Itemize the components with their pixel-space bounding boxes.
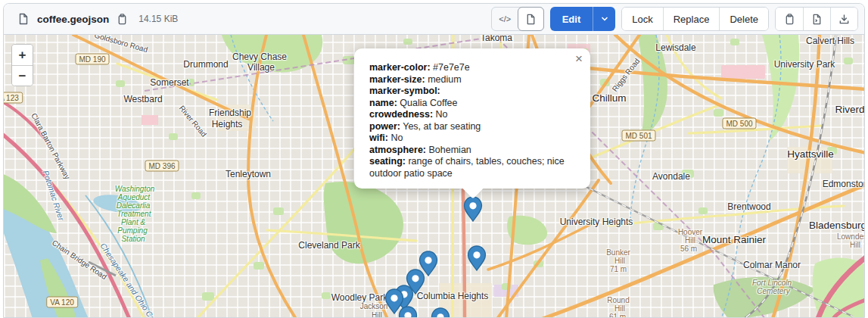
popup-property: seating: range of chairs, tables, couche…: [369, 156, 569, 179]
copy-filename-button[interactable]: [115, 12, 129, 26]
map-canvas[interactable]: TakomaChevy ChaseVillageDrummondSomerset…: [4, 35, 864, 318]
popup-property: crowdedness: No: [369, 109, 569, 121]
chevron-down-icon: [600, 14, 609, 23]
map-marker[interactable]: [431, 307, 450, 318]
popup-close-button[interactable]: ×: [573, 50, 585, 67]
file-icon-group: [775, 7, 858, 31]
file-icon: [525, 14, 537, 25]
delete-button[interactable]: Delete: [719, 8, 768, 30]
file-size: 14.15 KiB: [138, 14, 178, 24]
rendered-view-button[interactable]: [518, 7, 544, 31]
popup-property: marker-size: medium: [369, 74, 569, 86]
file-code-icon: [811, 14, 823, 25]
zoom-in-button[interactable]: +: [12, 45, 33, 65]
lock-button[interactable]: Lock: [622, 8, 662, 30]
copy-button[interactable]: [776, 8, 803, 30]
zoom-out-button[interactable]: −: [12, 65, 33, 86]
download-button[interactable]: [830, 8, 857, 30]
raw-file-button[interactable]: [803, 8, 830, 30]
view-toggle: </>: [491, 7, 544, 31]
file-header: coffee.geojson 14.15 KiB </> Edit: [4, 4, 864, 35]
edit-split-button: Edit: [550, 7, 616, 31]
clipboard-icon: [784, 14, 795, 25]
gist-file-card: coffee.geojson 14.15 KiB </> Edit: [3, 3, 865, 318]
popup-content: marker-color: #7e7e7emarker-size: medium…: [369, 62, 569, 179]
edit-button[interactable]: Edit: [550, 7, 593, 31]
edit-dropdown-button[interactable]: [593, 7, 615, 31]
popup-property: marker-color: #7e7e7e: [369, 62, 569, 74]
file-name: coffee.geojson: [37, 14, 109, 25]
map-marker[interactable]: [398, 306, 418, 318]
map-popup: × marker-color: #7e7e7emarker-size: medi…: [354, 48, 590, 189]
zoom-control: + −: [11, 44, 33, 86]
replace-button[interactable]: Replace: [663, 8, 720, 30]
popup-property: atmosphere: Bohemian: [369, 145, 569, 157]
download-icon: [838, 14, 850, 25]
map-marker[interactable]: [463, 196, 483, 222]
popup-property: wifi: No: [369, 132, 569, 145]
code-view-button[interactable]: </>: [492, 7, 518, 31]
code-icon: </>: [499, 14, 511, 23]
popup-property: power: Yes, at bar seating: [369, 121, 569, 133]
popup-property: marker-symbol:: [369, 86, 569, 98]
file-action-group: Lock Replace Delete: [621, 7, 769, 31]
popup-property: name: Qualia Coffee: [369, 98, 569, 110]
map-marker[interactable]: [467, 245, 487, 271]
file-icon: [17, 13, 30, 25]
